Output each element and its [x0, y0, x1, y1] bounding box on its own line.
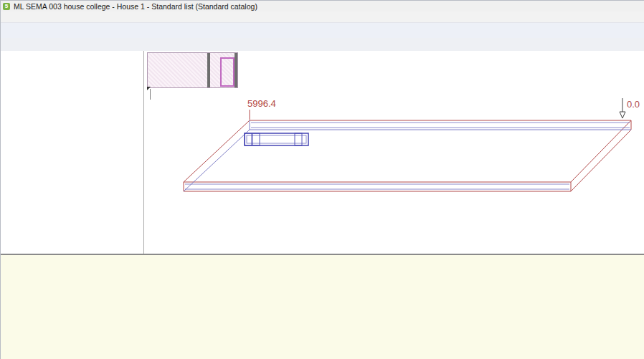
dimension-width-label: 5996.4	[247, 98, 276, 109]
drawing-area[interactable]: 5996.4 0.0	[145, 51, 644, 254]
section-highlight-rect	[220, 57, 235, 87]
title-bar: 5 ML SEMA 003 house college - House 1 - …	[1, 1, 644, 11]
section-marker-arrow	[147, 87, 151, 90]
app-logo-icon: 5	[3, 3, 10, 10]
window-title: ML SEMA 003 house college - House 1 - St…	[14, 2, 257, 11]
opening-rect	[245, 133, 308, 145]
section-marker-line	[150, 89, 151, 100]
wall-section-preview	[147, 52, 238, 88]
dimension-arrow-icon	[620, 112, 625, 118]
tab-bar	[1, 38, 644, 51]
dimension-right-label: 0.0	[627, 99, 640, 110]
member-table-section	[1, 254, 644, 359]
section-right-edge	[235, 53, 237, 87]
list-tree-panel	[1, 51, 144, 254]
section-divider	[207, 53, 210, 87]
toolbar	[1, 22, 644, 38]
app-window: 5 ML SEMA 003 house college - House 1 - …	[0, 0, 644, 359]
menu-bar	[1, 11, 644, 22]
